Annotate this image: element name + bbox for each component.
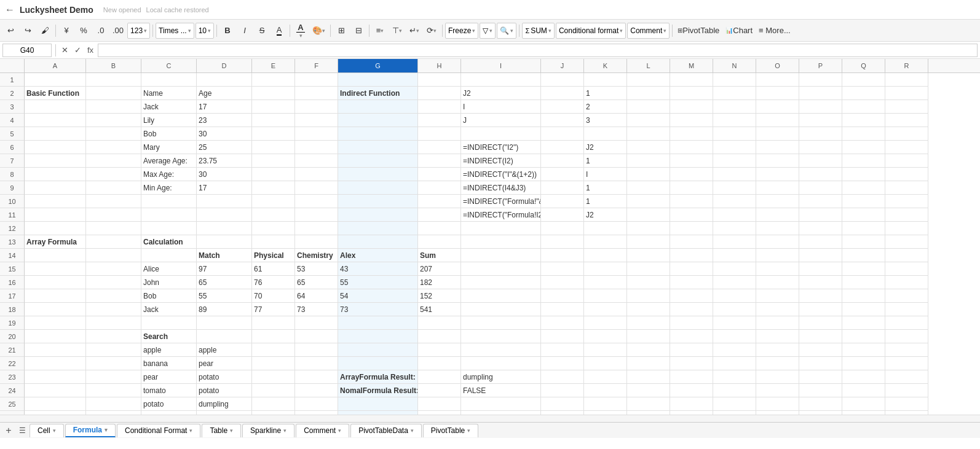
cell[interactable] xyxy=(842,141,885,154)
cell[interactable] xyxy=(541,208,584,222)
cell[interactable] xyxy=(713,330,756,343)
cell[interactable] xyxy=(799,168,842,181)
cell[interactable] xyxy=(86,411,141,415)
cell[interactable] xyxy=(627,411,670,415)
cell[interactable] xyxy=(86,127,141,141)
cell[interactable]: Indirect Function xyxy=(338,87,418,100)
cell[interactable] xyxy=(461,262,541,276)
paint-format-button[interactable]: 🖌 xyxy=(37,23,53,39)
cell[interactable] xyxy=(584,303,627,316)
col-header-i[interactable]: I xyxy=(461,59,541,72)
cell[interactable] xyxy=(756,303,799,316)
cell[interactable]: apple xyxy=(197,343,252,357)
cell[interactable]: FALSE xyxy=(461,384,541,397)
cell[interactable] xyxy=(756,343,799,357)
cell[interactable]: 1 xyxy=(584,87,627,100)
filter-button[interactable]: ▽ ▾ xyxy=(480,23,496,39)
col-header-h[interactable]: H xyxy=(418,59,461,72)
cell[interactable] xyxy=(842,303,885,316)
cell[interactable] xyxy=(756,249,799,262)
cell[interactable] xyxy=(295,73,338,87)
cell[interactable]: 73 xyxy=(295,303,338,316)
col-header-q[interactable]: Q xyxy=(842,59,885,72)
cell[interactable]: 54 xyxy=(338,289,418,303)
cell[interactable] xyxy=(197,222,252,235)
underline-button[interactable]: A xyxy=(271,23,287,39)
cell[interactable] xyxy=(418,397,461,411)
cell[interactable] xyxy=(584,357,627,370)
cell[interactable] xyxy=(584,384,627,397)
cell[interactable] xyxy=(252,343,295,357)
cell[interactable]: Search xyxy=(141,330,197,343)
cell[interactable] xyxy=(756,73,799,87)
cell[interactable] xyxy=(842,181,885,195)
cell[interactable] xyxy=(799,303,842,316)
cell[interactable]: 77 xyxy=(252,303,295,316)
col-header-r[interactable]: R xyxy=(885,59,928,72)
cell[interactable] xyxy=(252,316,295,330)
cell[interactable] xyxy=(541,289,584,303)
cell[interactable] xyxy=(25,249,86,262)
conditional-format-button[interactable]: Conditional format ▾ xyxy=(556,23,626,39)
cell[interactable] xyxy=(418,87,461,100)
cell[interactable] xyxy=(756,168,799,181)
cell[interactable] xyxy=(25,276,86,289)
cell[interactable] xyxy=(461,222,541,235)
cell[interactable] xyxy=(295,154,338,168)
cell[interactable] xyxy=(670,181,713,195)
merge-button[interactable]: ⊟ xyxy=(350,23,366,39)
cell[interactable]: 17 xyxy=(197,181,252,195)
cell[interactable] xyxy=(25,384,86,397)
cell[interactable] xyxy=(584,127,627,141)
cell[interactable] xyxy=(295,222,338,235)
cell[interactable] xyxy=(86,384,141,397)
cell[interactable]: 30 xyxy=(197,127,252,141)
cell[interactable]: 30 xyxy=(197,168,252,181)
fx-button[interactable]: fx xyxy=(85,45,95,55)
cell[interactable] xyxy=(885,100,928,114)
cell[interactable] xyxy=(885,114,928,127)
tab-conditional-format[interactable]: Conditional Format ▾ xyxy=(117,424,200,437)
cell[interactable] xyxy=(627,330,670,343)
cell[interactable] xyxy=(86,100,141,114)
tab-pivottabledata[interactable]: PivotTableData ▾ xyxy=(350,424,422,437)
cell[interactable]: banana xyxy=(141,357,197,370)
cell[interactable] xyxy=(885,195,928,208)
formula-input[interactable] xyxy=(98,44,978,57)
cell[interactable] xyxy=(418,343,461,357)
cell[interactable] xyxy=(141,195,197,208)
cell[interactable] xyxy=(295,127,338,141)
cell[interactable] xyxy=(842,330,885,343)
cell[interactable]: Jack xyxy=(141,100,197,114)
cell[interactable] xyxy=(25,289,86,303)
cell[interactable] xyxy=(338,127,418,141)
cell[interactable] xyxy=(584,262,627,276)
cell[interactable] xyxy=(627,141,670,154)
cell[interactable] xyxy=(670,289,713,303)
cell[interactable]: 89 xyxy=(197,303,252,316)
cell[interactable] xyxy=(670,127,713,141)
cell[interactable] xyxy=(627,303,670,316)
cell[interactable] xyxy=(541,87,584,100)
cell[interactable] xyxy=(338,114,418,127)
border-button[interactable]: ⊞ xyxy=(333,23,349,39)
cell[interactable]: pear xyxy=(141,370,197,384)
cell[interactable] xyxy=(713,303,756,316)
cell[interactable] xyxy=(756,222,799,235)
cell[interactable] xyxy=(627,249,670,262)
cell[interactable] xyxy=(295,208,338,222)
cell[interactable]: Basic Function xyxy=(25,87,86,100)
cell[interactable] xyxy=(461,289,541,303)
cell[interactable] xyxy=(418,222,461,235)
cell[interactable] xyxy=(885,235,928,249)
cell[interactable] xyxy=(799,73,842,87)
cell[interactable] xyxy=(756,276,799,289)
cell[interactable]: 207 xyxy=(418,262,461,276)
cell[interactable] xyxy=(627,222,670,235)
cell[interactable] xyxy=(885,397,928,411)
cell[interactable] xyxy=(713,397,756,411)
cell[interactable] xyxy=(252,100,295,114)
cell[interactable] xyxy=(799,343,842,357)
cell[interactable] xyxy=(86,154,141,168)
cell[interactable] xyxy=(842,208,885,222)
